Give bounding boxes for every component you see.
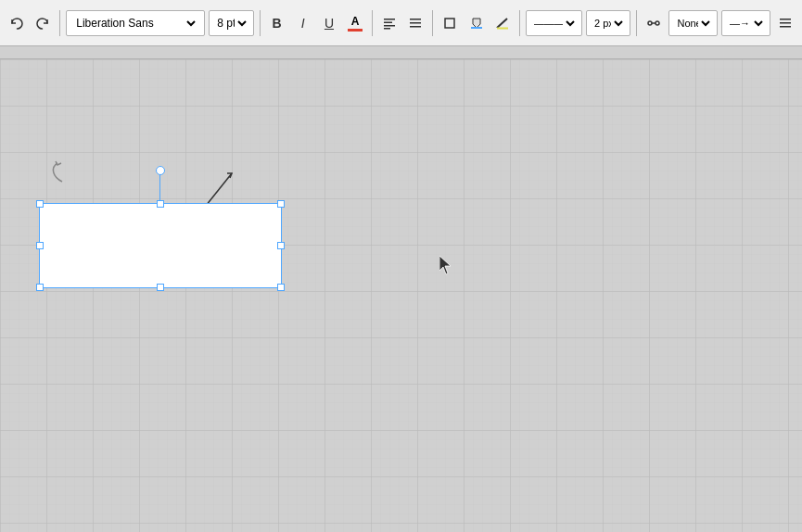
font-color-indicator	[348, 29, 363, 32]
handle-top-left[interactable]	[36, 200, 44, 208]
font-color-label: A	[351, 15, 360, 28]
separator-3	[372, 10, 373, 36]
svg-rect-11	[497, 27, 508, 29]
handle-bottom-middle[interactable]	[157, 284, 164, 291]
separator-4	[432, 10, 433, 36]
svg-rect-16	[780, 22, 791, 24]
redo-button[interactable]	[32, 10, 54, 36]
separator-2	[260, 10, 261, 36]
shape-outline-button[interactable]	[439, 10, 461, 36]
svg-line-10	[497, 19, 507, 28]
italic-button[interactable]: I	[292, 10, 314, 36]
text-box-selected[interactable]	[39, 203, 282, 288]
font-color-button[interactable]: A	[344, 10, 366, 36]
canvas-area[interactable]	[0, 59, 802, 532]
line-weight-select[interactable]: 1 px 2 px 3 px 4 px	[586, 10, 630, 36]
separator-5	[519, 10, 520, 36]
grid	[0, 59, 802, 532]
undo-button[interactable]	[6, 10, 28, 36]
handle-bottom-left[interactable]	[36, 284, 44, 291]
svg-rect-3	[384, 28, 390, 30]
bold-button[interactable]: B	[266, 10, 288, 36]
fill-color-button[interactable]	[465, 10, 488, 36]
rotation-handle-circle[interactable]	[156, 166, 165, 175]
svg-rect-7	[445, 19, 454, 28]
handle-top-middle[interactable]	[157, 200, 164, 208]
spacing-button[interactable]	[404, 10, 426, 36]
svg-point-13	[656, 21, 659, 25]
arrow-end-select[interactable]: —→ ←— ←→ ———	[721, 10, 770, 36]
svg-rect-1	[384, 21, 392, 23]
underline-button[interactable]: U	[318, 10, 340, 36]
font-family-select[interactable]: Liberation Sans Arial Times New Roman Co…	[66, 10, 205, 36]
arrow-end-dropdown[interactable]: —→ ←— ←→ ———	[726, 17, 766, 30]
connector-type-select[interactable]: None Elbow Straight	[668, 10, 718, 36]
separator-6	[636, 10, 637, 36]
rotation-indicator	[48, 158, 76, 186]
svg-rect-19	[0, 59, 802, 532]
line-weight-dropdown[interactable]: 1 px 2 px 3 px 4 px	[591, 17, 626, 30]
line-color-button[interactable]	[491, 10, 514, 36]
handle-middle-right[interactable]	[277, 242, 285, 249]
font-size-select[interactable]: 6 pt 7 pt 8 pt 9 pt 10 pt 12 pt	[209, 10, 253, 36]
text-box[interactable]	[39, 203, 282, 288]
line-style-dropdown[interactable]: ———— - - - - · · · ·	[530, 17, 578, 30]
line-style-select[interactable]: ———— - - - - · · · ·	[526, 10, 582, 36]
more-options-button[interactable]	[774, 10, 796, 36]
handle-top-right[interactable]	[277, 200, 285, 208]
svg-rect-5	[410, 22, 421, 24]
connection-button[interactable]	[643, 10, 665, 36]
handle-bottom-right[interactable]	[277, 284, 285, 291]
svg-marker-8	[473, 19, 480, 28]
svg-rect-0	[384, 19, 395, 20]
svg-rect-17	[780, 26, 791, 28]
svg-rect-4	[410, 19, 421, 20]
separator-1	[59, 10, 60, 36]
rotation-handle-line	[159, 173, 160, 203]
sub-toolbar	[0, 46, 802, 59]
svg-rect-6	[410, 26, 421, 28]
handle-middle-left[interactable]	[36, 242, 44, 249]
svg-point-12	[648, 21, 652, 25]
svg-rect-9	[471, 27, 482, 29]
font-size-dropdown[interactable]: 6 pt 7 pt 8 pt 9 pt 10 pt 12 pt	[213, 16, 248, 31]
connector-type-dropdown[interactable]: None Elbow Straight	[673, 17, 713, 30]
svg-rect-15	[780, 19, 791, 20]
font-family-dropdown[interactable]: Liberation Sans Arial Times New Roman Co…	[72, 16, 198, 31]
align-button[interactable]	[378, 10, 401, 36]
svg-rect-2	[384, 25, 395, 27]
toolbar: Liberation Sans Arial Times New Roman Co…	[0, 0, 802, 46]
